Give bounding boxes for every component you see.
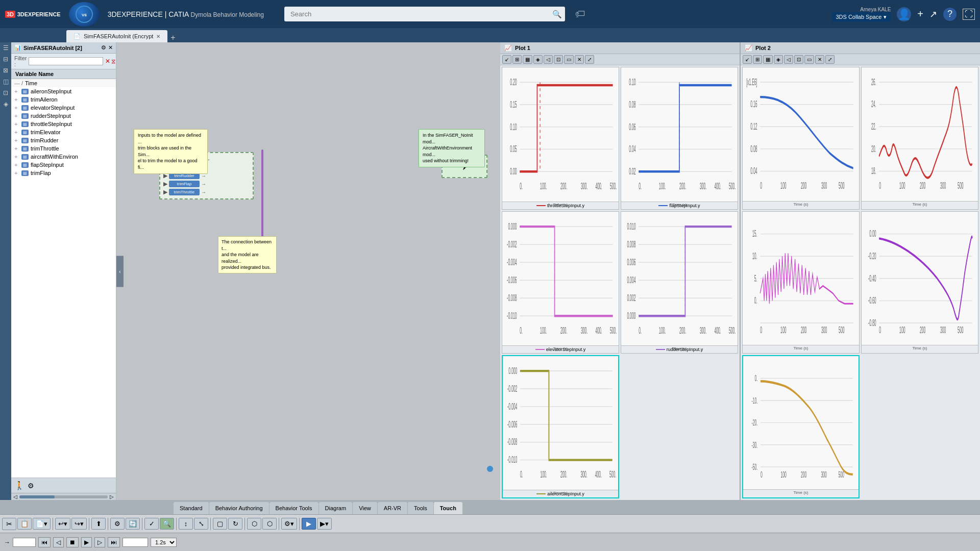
toolbar-sync-button[interactable]: 🔄 — [126, 518, 140, 530]
toolbar-resize-button[interactable]: ⤡ — [194, 518, 208, 530]
var-item-rudderStepInput[interactable]: + ▤ rudderStepInput — [11, 112, 116, 120]
close-tab-icon[interactable]: ✕ — [156, 34, 160, 39]
plot2-tool-1[interactable]: ↙ — [743, 55, 752, 64]
sidebar-settings-button[interactable]: ⚙ — [101, 44, 106, 51]
plot2-tool-9[interactable]: ⤢ — [825, 55, 835, 64]
playback-step-select[interactable]: 1.2s 0.5s 1.0s 2.0s — [151, 538, 177, 547]
search-input[interactable] — [284, 7, 565, 21]
toolbar-rotate-button[interactable]: ↻ — [228, 518, 242, 530]
var-item-elevatorStepInput[interactable]: + ▤ elevatorStepInput — [11, 104, 116, 112]
toolbar-sim2-button[interactable]: ⬡ — [262, 518, 277, 530]
toolbar-magnify-button[interactable]: 🔍 — [160, 518, 174, 530]
block-throttle-trim[interactable]: trimThrottle — [169, 189, 200, 195]
toolbar-redo-button[interactable]: ↪▾ — [71, 518, 87, 530]
plot2-tool-2[interactable]: ⊞ — [753, 55, 762, 64]
btab-standard[interactable]: Standard — [174, 502, 209, 514]
btab-tools[interactable]: Tools — [408, 502, 433, 514]
toolbar-settings2-button[interactable]: ⚙▾ — [281, 518, 297, 530]
playback-current-time[interactable]: 0.00 — [122, 538, 148, 547]
plot1-tool-6[interactable]: ⊡ — [554, 55, 563, 64]
plot2-tool-5[interactable]: ◁ — [784, 55, 793, 64]
toolbar-select-button[interactable]: ▢ — [213, 518, 227, 530]
toolbar-sim-button[interactable]: ⬡ — [247, 518, 261, 530]
var-item-time[interactable]: — / Time — [11, 79, 116, 87]
playback-prev[interactable]: ◁ — [53, 537, 64, 547]
playback-next[interactable]: ▷ — [94, 537, 105, 547]
add-tab-button[interactable]: + — [167, 33, 178, 42]
plot1-tool-8[interactable]: ✕ — [575, 55, 584, 64]
share-icon[interactable]: ↗ — [929, 9, 937, 20]
scrollbar-track[interactable] — [19, 495, 108, 498]
plot1-tool-3[interactable]: ▦ — [523, 55, 532, 64]
scrollbar-thumb[interactable] — [19, 495, 55, 498]
settings2-icon[interactable]: ⚙ — [28, 482, 34, 490]
filter-clear-button[interactable]: ✕ — [105, 58, 110, 65]
toolbar-copy-button[interactable]: 📋 — [17, 518, 32, 530]
btab-view[interactable]: View — [353, 502, 377, 514]
toolbar-move-button[interactable]: ↕ — [179, 518, 193, 530]
plot1-tool-4[interactable]: ◈ — [533, 55, 543, 64]
toolbar-play-button[interactable]: ▶ — [302, 518, 316, 530]
playback-skip-end[interactable]: ⏭ — [108, 537, 120, 547]
nav-icon-2[interactable]: ⊟ — [3, 56, 8, 63]
scroll-right-icon[interactable]: ▷ — [110, 494, 114, 499]
btab-behavior-authoring[interactable]: Behavior Authoring — [209, 502, 269, 514]
nav-icon-3[interactable]: ⊠ — [3, 67, 8, 74]
filter-icon-button[interactable]: ⧖ — [111, 58, 115, 65]
collapse-left-button[interactable]: ‹ — [116, 256, 124, 287]
var-item-throttleStepInput[interactable]: + ▤ throttleStepInput — [11, 120, 116, 128]
toolbar-scissors-button[interactable]: ✂ — [2, 518, 16, 530]
btab-touch[interactable]: Touch — [434, 502, 462, 514]
person-walk-icon[interactable]: 🚶 — [14, 481, 24, 490]
var-item-aircraftWithEnviron[interactable]: + ▤ aircraftWithEnviron — [11, 153, 116, 161]
filter-input[interactable] — [29, 57, 103, 65]
btab-diagram[interactable]: Diagram — [319, 502, 353, 514]
toolbar-paste-button[interactable]: 📄▾ — [33, 518, 51, 530]
nav-icon-6[interactable]: ◈ — [4, 101, 8, 108]
btab-ar-vr[interactable]: AR-VR — [378, 502, 407, 514]
var-item-trimRudder[interactable]: + ▤ trimRudder — [11, 136, 116, 144]
toolbar-play2-button[interactable]: ▶▾ — [317, 518, 332, 530]
btab-behavior-tools[interactable]: Behavior Tools — [270, 502, 318, 514]
collab-space[interactable]: 3DS Collab Space ▾ — [831, 12, 891, 22]
plot1-tool-9[interactable]: ⤢ — [585, 55, 594, 64]
main-tab[interactable]: 📄 SimFASERAutoInit (Encrypt ✕ — [66, 30, 167, 42]
plot1-tool-5[interactable]: ◁ — [544, 55, 553, 64]
nav-icon-4[interactable]: ◫ — [3, 78, 9, 85]
nav-icon-5[interactable]: ⊡ — [3, 89, 8, 96]
plot2-tool-6[interactable]: ⊡ — [794, 55, 803, 64]
toolbar-gear-button[interactable]: ⚙ — [110, 518, 125, 530]
scroll-left-icon[interactable]: ◁ — [13, 494, 17, 499]
toolbar-upload-button[interactable]: ⬆ — [91, 518, 106, 530]
plot1-tool-1[interactable]: ↙ — [502, 55, 511, 64]
help-icon[interactable]: ? — [943, 8, 957, 21]
start-time-input[interactable]: 0s — [13, 538, 36, 547]
var-item-trimFlap[interactable]: + ▤ trimFlap — [11, 169, 116, 177]
search-button[interactable]: 🔍 — [552, 10, 562, 19]
var-item-trimAileron[interactable]: + ▤ trimAileron — [11, 95, 116, 104]
tag-icon[interactable]: 🏷 — [575, 8, 585, 20]
plot2-tool-7[interactable]: ▭ — [804, 55, 814, 64]
plot1-tool-2[interactable]: ⊞ — [512, 55, 522, 64]
toolbar-check-button[interactable]: ✓ — [144, 518, 159, 530]
plot1-tool-7[interactable]: ▭ — [564, 55, 574, 64]
playback-skip-start[interactable]: ⏮ — [38, 537, 51, 547]
plot2-tool-4[interactable]: ◈ — [774, 55, 783, 64]
toolbar-undo-button[interactable]: ↩▾ — [55, 518, 70, 530]
sidebar-close-button[interactable]: ✕ — [108, 44, 113, 51]
var-item-flapStepInput[interactable]: + ▤ flapStepInput — [11, 161, 116, 169]
playback-bar: → 0s ⏮ ◁ ⏹ ▶ ▷ ⏭ 0.00 1.2s 0.5s 1.0s 2.0… — [0, 533, 980, 551]
plot2-tool-8[interactable]: ✕ — [815, 55, 824, 64]
plot2-tool-3[interactable]: ▦ — [763, 55, 773, 64]
add-icon[interactable]: + — [917, 8, 923, 20]
var-item-trimElevator[interactable]: + ▤ trimElevator — [11, 128, 116, 136]
playback-play[interactable]: ▶ — [81, 537, 92, 547]
block-flap-trim[interactable]: trimFlap — [169, 181, 200, 187]
user-avatar-icon[interactable]: 👤 — [897, 7, 911, 21]
var-item-aileronStepInput[interactable]: + ▤ aileronStepInput — [11, 87, 116, 95]
playback-stop[interactable]: ⏹ — [66, 537, 79, 547]
var-item-trimThrottle[interactable]: + ▤ trimThrottle — [11, 144, 116, 153]
nav-icon-1[interactable]: ☰ — [3, 44, 9, 52]
fullscreen-icon[interactable]: ⛶ — [963, 9, 975, 20]
sidebar-scrollbar[interactable]: ◁ ▷ — [11, 493, 116, 500]
